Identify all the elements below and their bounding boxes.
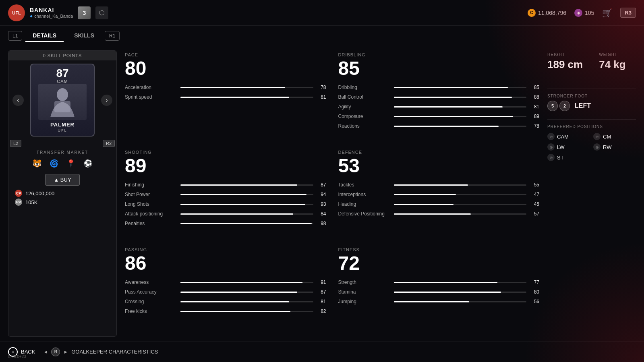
player-position: CAM (57, 79, 68, 84)
cp-icon: CP (15, 190, 22, 197)
stat-bar-container (394, 116, 527, 117)
fitness-subs: Strength77Stamina80Jumping56 (338, 279, 540, 304)
r1-button[interactable]: R1 (105, 31, 120, 41)
gem-icon: ◆ (574, 9, 582, 17)
stat-bar (180, 97, 289, 98)
position-label: CAM (557, 134, 569, 140)
stat-bar (394, 184, 468, 186)
top-bar-left: UFL BANKAI ● channel_Ka_Banda 3 ⬡ (8, 4, 108, 21)
stat-value: 93 (317, 201, 326, 207)
shield-icon: ⬡ (95, 6, 108, 19)
coins-display: C 11,068,796 (528, 9, 566, 17)
stat-bar-container (180, 282, 313, 283)
stat-bar (180, 87, 285, 88)
stat-bar-container (394, 204, 527, 205)
top-bar: UFL BANKAI ● channel_Ka_Banda 3 ⬡ C 11,0… (0, 0, 644, 26)
stat-value: 98 (317, 221, 326, 226)
club-channel: ● channel_Ka_Banda (30, 13, 73, 19)
stat-row: Agility81 (338, 104, 540, 110)
position-label: CM (603, 134, 611, 140)
stat-value: 81 (317, 94, 326, 100)
stat-bar (180, 194, 306, 195)
stat-name: Jumping (338, 299, 391, 304)
stat-bar-container (394, 184, 527, 186)
next-player-button[interactable]: › (101, 95, 112, 106)
dribbling-subs: Dribbling85Ball Control88Agility81Compos… (338, 85, 540, 129)
stat-row: Penalties98 (125, 221, 326, 226)
r3-badge[interactable]: R3 (620, 8, 636, 18)
gems-display: ◆ 105 (574, 9, 594, 17)
stat-name: Attack positioning (125, 211, 177, 217)
l2-label[interactable]: L2 (10, 140, 21, 147)
position-item: ◎RW (593, 143, 636, 151)
stat-value: 55 (530, 182, 539, 188)
bio-row: HEIGHT 189 cm WEIGHT 74 kg (547, 52, 636, 81)
svg-point-0 (57, 88, 68, 101)
l2-r2-labels: L2 R2 (8, 140, 116, 147)
cp-price-value: 126,000,000 (25, 190, 54, 197)
positions-label: PREFERRED POSITIONS (547, 124, 636, 129)
tab-skills[interactable]: SKILLS (67, 30, 101, 42)
position-item: ◎CAM (547, 133, 590, 140)
top-bar-right: C 11,068,796 ◆ 105 🛒 R3 (528, 8, 636, 18)
l1-button[interactable]: L1 (8, 31, 22, 41)
stat-name: Agility (338, 104, 391, 110)
defence-value: 53 (338, 156, 540, 176)
stat-value: 88 (530, 94, 539, 100)
passing-subs: Awareness91Pass Accuracy87Crossing81Free… (125, 279, 326, 314)
stat-name: Sprint speed (125, 94, 177, 100)
stat-bar-container (180, 311, 313, 312)
defence-group: DEFENCE 53 Tackles55Interceptions47Headi… (338, 150, 540, 239)
tab-details[interactable]: DETAILS (25, 30, 64, 42)
prev-player-button[interactable]: ‹ (12, 95, 24, 106)
skill-icon-4: ⚽ (81, 157, 94, 170)
transfer-market-label: TRANSFER MARKET (37, 150, 88, 155)
stat-row: Attack positioning84 (125, 211, 326, 217)
pace-subs: Acceleration78Sprint speed81 (125, 85, 326, 100)
stat-bar-container (394, 292, 527, 293)
stat-bar-container (394, 106, 527, 108)
stat-bar-container (180, 97, 313, 98)
stat-value: 94 (317, 192, 326, 197)
stat-bar (394, 204, 453, 205)
height-section: HEIGHT 189 cm (547, 52, 583, 71)
position-item: ◎ST (547, 154, 590, 161)
stat-value: 77 (530, 279, 539, 285)
club-name: BANKAI (30, 7, 73, 13)
stat-value: 78 (530, 123, 539, 129)
coin-icon: C (528, 9, 536, 17)
goalkeeper-nav[interactable]: ◄ R ► GOALKEEPER CHARACTERISTICS (43, 348, 158, 356)
stat-name: Acceleration (125, 85, 177, 90)
position-icon: ◎ (593, 133, 601, 140)
stat-row: Shot Power94 (125, 192, 326, 197)
weight-value: 74 kg (599, 58, 626, 71)
stat-bar (180, 311, 290, 312)
stat-value: 78 (317, 85, 326, 90)
shooting-label: SHOOTING (125, 150, 326, 155)
shooting-subs: Finishing87Shot Power94Long Shots93Attac… (125, 182, 326, 226)
fitness-value: 72 (338, 254, 540, 273)
stat-bar (394, 282, 497, 283)
stat-value: 57 (530, 211, 539, 217)
stat-bar (394, 116, 514, 117)
stat-bar (180, 301, 289, 302)
channel-dot-icon: ● (30, 13, 33, 19)
stat-name: Reactions (338, 123, 391, 129)
player-league: UFL (58, 128, 67, 132)
skill-icon-3: 📍 (64, 157, 77, 170)
pace-label: PACE (125, 52, 326, 57)
stat-bar-container (180, 213, 313, 215)
stat-value: 81 (317, 299, 326, 304)
stat-name: Long Shots (125, 201, 177, 207)
stat-name: Penalties (125, 221, 177, 226)
stat-row: Defensive Positioning57 (338, 211, 540, 217)
buy-button[interactable]: ▲ BUY (45, 174, 79, 186)
position-icon: ◎ (593, 143, 601, 151)
position-item: ◎LW (547, 143, 590, 151)
r2-label[interactable]: R2 (103, 140, 115, 147)
stat-name: Defensive Positioning (338, 211, 391, 217)
right-panel: HEIGHT 189 cm WEIGHT 74 kg STRONGER FOOT… (547, 50, 636, 337)
stat-bar (394, 126, 499, 127)
cart-icon[interactable]: 🛒 (602, 8, 612, 18)
passing-group: PASSING 86 Awareness91Pass Accuracy87Cro… (125, 247, 326, 337)
